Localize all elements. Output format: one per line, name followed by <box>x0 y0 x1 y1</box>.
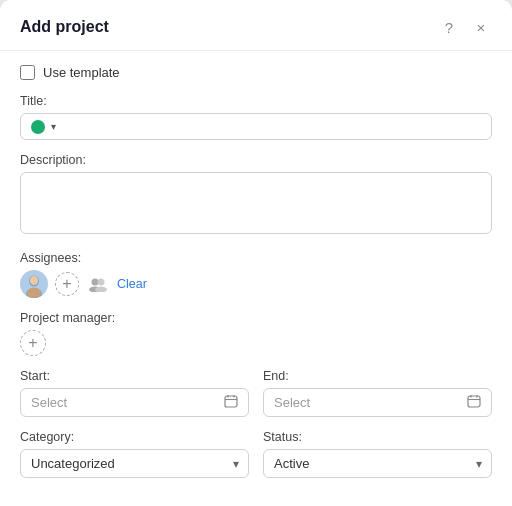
svg-rect-9 <box>225 396 237 407</box>
status-select[interactable]: Active Inactive On Hold Completed <box>263 449 492 478</box>
group-icon[interactable] <box>86 272 110 296</box>
end-label: End: <box>263 369 492 383</box>
avatar[interactable] <box>20 270 48 298</box>
status-label: Status: <box>263 430 492 444</box>
start-calendar-icon[interactable] <box>224 394 238 411</box>
start-placeholder: Select <box>31 395 218 410</box>
end-field: End: Select <box>263 369 492 417</box>
svg-rect-13 <box>468 396 480 407</box>
end-calendar-icon[interactable] <box>467 394 481 411</box>
color-dot[interactable] <box>31 120 45 134</box>
title-label: Title: <box>20 94 492 108</box>
project-manager-field: Project manager: + <box>20 311 492 356</box>
help-icon[interactable]: ? <box>438 16 460 38</box>
chevron-down-icon[interactable]: ▾ <box>51 121 56 132</box>
title-input[interactable] <box>62 119 481 134</box>
assignees-row: + Clear <box>20 270 492 298</box>
start-field: Start: Select <box>20 369 249 417</box>
use-template-checkbox[interactable] <box>20 65 35 80</box>
modal-title: Add project <box>20 18 109 36</box>
date-row: Start: Select End: Sele <box>20 369 492 430</box>
project-manager-label: Project manager: <box>20 311 492 325</box>
svg-point-5 <box>92 279 99 286</box>
start-label: Start: <box>20 369 249 383</box>
modal-body: Use template Title: ▾ Description: Assig… <box>0 51 512 506</box>
add-project-manager-button[interactable]: + <box>20 330 46 356</box>
svg-point-4 <box>27 288 41 299</box>
add-assignee-button[interactable]: + <box>55 272 79 296</box>
modal-header: Add project ? × <box>0 0 512 51</box>
svg-point-3 <box>30 276 38 285</box>
description-label: Description: <box>20 153 492 167</box>
category-status-row: Category: Uncategorized Development Mark… <box>20 430 492 491</box>
status-select-wrapper: Active Inactive On Hold Completed <box>263 449 492 478</box>
pm-row: + <box>20 330 492 356</box>
category-select[interactable]: Uncategorized Development Marketing Desi… <box>20 449 249 478</box>
category-label: Category: <box>20 430 249 444</box>
clear-assignees-button[interactable]: Clear <box>117 277 147 291</box>
description-textarea[interactable] <box>20 172 492 234</box>
description-field: Description: <box>20 153 492 238</box>
status-field: Status: Active Inactive On Hold Complete… <box>263 430 492 478</box>
header-actions: ? × <box>438 16 492 38</box>
assignees-label: Assignees: <box>20 251 492 265</box>
start-input-row[interactable]: Select <box>20 388 249 417</box>
end-placeholder: Select <box>274 395 461 410</box>
close-icon[interactable]: × <box>470 16 492 38</box>
svg-point-6 <box>98 279 105 286</box>
use-template-row: Use template <box>20 65 492 80</box>
title-input-row[interactable]: ▾ <box>20 113 492 140</box>
category-select-wrapper: Uncategorized Development Marketing Desi… <box>20 449 249 478</box>
use-template-label[interactable]: Use template <box>43 65 120 80</box>
add-project-modal: Add project ? × Use template Title: ▾ De… <box>0 0 512 506</box>
title-field: Title: ▾ <box>20 94 492 140</box>
category-field: Category: Uncategorized Development Mark… <box>20 430 249 478</box>
end-input-row[interactable]: Select <box>263 388 492 417</box>
assignees-field: Assignees: + <box>20 251 492 298</box>
